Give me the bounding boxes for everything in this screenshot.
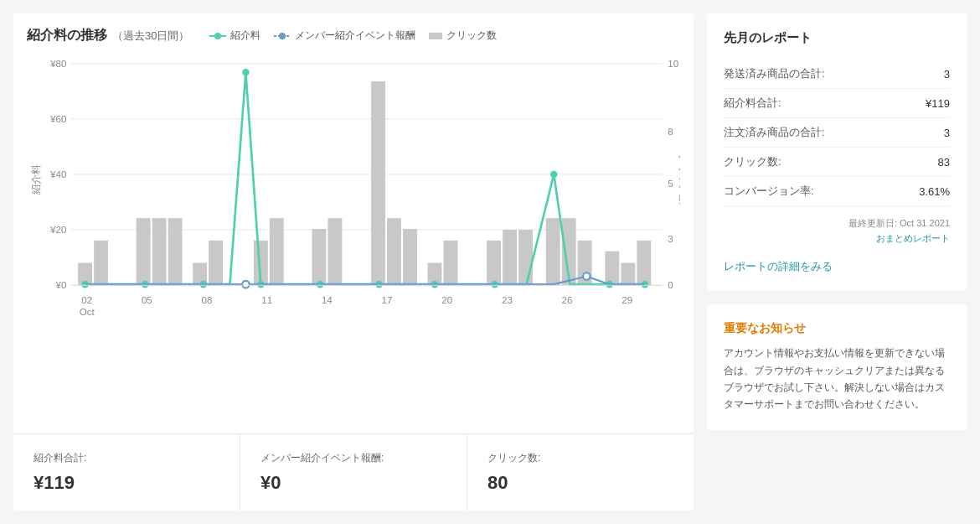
report-card: 先月のレポート 発送済み商品の合計: 3 紹介料合計: ¥119 注文済み商品の… [707, 13, 967, 291]
svg-rect-25 [152, 218, 167, 285]
report-row-referral-total: 紹介料合計: ¥119 [724, 89, 950, 118]
chart-subtitle: （過去30日間） [112, 29, 189, 44]
svg-text:¥60: ¥60 [49, 113, 67, 124]
svg-rect-38 [487, 241, 501, 285]
svg-text:紹介料: 紹介料 [30, 164, 41, 195]
report-value-ordered: 3 [944, 127, 950, 139]
stats-row: 紹介料合計: ¥119 メンバー紹介イベント報酬: ¥0 クリック数: 80 [13, 433, 694, 511]
svg-rect-23 [94, 241, 108, 285]
stat-cell-referral: 紹介料合計: ¥119 [13, 434, 240, 511]
svg-text:0: 0 [668, 279, 673, 290]
notice-card: 重要なお知らせ アカウント情報やお支払い情報を更新できない場合は、ブラウザのキャ… [707, 304, 967, 430]
report-title: 先月のレポート [724, 30, 950, 46]
svg-text:14: 14 [322, 293, 333, 304]
svg-rect-31 [312, 229, 326, 285]
report-value-clicks: 83 [938, 156, 950, 169]
stat-label-clicks: クリック数: [487, 451, 673, 465]
svg-text:11: 11 [261, 293, 272, 304]
svg-text:05: 05 [142, 293, 152, 304]
legend-bar-clicks [429, 32, 442, 40]
last-updated-text: 最終更新日: Oct 31 2021 [848, 218, 950, 228]
svg-rect-32 [328, 218, 342, 285]
svg-point-3 [279, 33, 286, 39]
report-label-shipped: 発送済み商品の合計: [724, 66, 825, 81]
stat-label-member: メンバー紹介イベント報酬: [260, 451, 446, 465]
stat-value-member: ¥0 [260, 472, 446, 494]
svg-text:02: 02 [81, 293, 92, 304]
svg-rect-28 [209, 241, 223, 285]
notice-title: 重要なお知らせ [724, 321, 950, 336]
legend-item-clicks: クリック数 [429, 29, 497, 43]
stat-cell-clicks: クリック数: 80 [467, 434, 694, 511]
svg-text:¥20: ¥20 [49, 224, 67, 235]
svg-rect-30 [270, 218, 284, 285]
summary-report-link[interactable]: おまとめレポート [876, 233, 950, 243]
legend-line-member [274, 32, 291, 40]
report-row-clicks: クリック数: 83 [724, 148, 950, 177]
svg-rect-41 [546, 218, 560, 285]
stat-value-clicks: 80 [487, 472, 673, 494]
svg-text:08: 08 [202, 293, 213, 304]
notice-body: アカウント情報やお支払い情報を更新できない場合は、ブラウザのキャッシュクリアまた… [724, 345, 950, 413]
legend-item-member: メンバー紹介イベント報酬 [274, 29, 415, 43]
svg-text:20: 20 [441, 293, 452, 304]
svg-point-50 [242, 69, 249, 76]
report-detail-link[interactable]: レポートの詳細をみる [724, 259, 950, 274]
svg-text:¥80: ¥80 [49, 58, 67, 69]
report-footer: 最終更新日: Oct 31 2021 おまとめレポート [724, 216, 950, 246]
svg-point-1 [214, 33, 221, 39]
svg-text:クリック数: クリック数 [678, 154, 680, 205]
report-value-shipped: 3 [944, 68, 950, 80]
svg-text:23: 23 [502, 293, 513, 304]
legend-label-member: メンバー紹介イベント報酬 [295, 29, 415, 43]
report-label-referral-total: 紹介料合計: [724, 96, 781, 111]
main-layout: 紹介料の推移 （過去30日間） 紹介料 [0, 0, 980, 524]
report-row-ordered: 注文済み商品の合計: 3 [724, 118, 950, 148]
svg-rect-46 [637, 241, 651, 285]
chart-card: 紹介料の推移 （過去30日間） 紹介料 [13, 13, 694, 433]
legend-item-referral: 紹介料 [209, 29, 260, 43]
svg-text:8: 8 [668, 126, 673, 137]
svg-point-59 [242, 281, 249, 288]
svg-text:5: 5 [668, 178, 673, 189]
svg-text:¥0: ¥0 [55, 279, 67, 290]
svg-rect-34 [387, 218, 401, 285]
svg-rect-35 [403, 229, 417, 285]
svg-text:Oct: Oct [80, 306, 95, 317]
chart-header: 紹介料の推移 （過去30日間） 紹介料 [27, 27, 680, 44]
svg-text:3: 3 [668, 233, 673, 244]
report-label-clicks: クリック数: [724, 154, 781, 169]
legend-label-clicks: クリック数 [446, 29, 497, 43]
chart-svg: ¥80 ¥60 ¥40 ¥20 ¥0 10 8 5 3 0 紹介料 クリック数 [27, 54, 680, 323]
report-label-conversion: コンバージョン率: [724, 184, 814, 199]
report-value-referral-total: ¥119 [926, 97, 950, 110]
chart-title: 紹介料の推移 [27, 27, 107, 44]
svg-rect-26 [168, 218, 183, 285]
svg-rect-33 [371, 81, 385, 285]
svg-point-60 [583, 272, 590, 280]
legend-label-referral: 紹介料 [230, 29, 260, 43]
stat-cell-member: メンバー紹介イベント報酬: ¥0 [240, 434, 467, 511]
svg-rect-40 [518, 230, 533, 285]
svg-rect-37 [444, 241, 458, 285]
svg-text:10: 10 [668, 58, 678, 69]
stat-label-referral: 紹介料合計: [34, 451, 219, 465]
stat-value-referral: ¥119 [34, 472, 219, 494]
left-panel: 紹介料の推移 （過去30日間） 紹介料 [13, 13, 694, 511]
report-row-shipped: 発送済み商品の合計: 3 [724, 60, 950, 89]
report-value-conversion: 3.61% [919, 185, 950, 198]
svg-text:¥40: ¥40 [49, 169, 67, 179]
svg-text:17: 17 [382, 293, 393, 304]
svg-rect-45 [621, 263, 635, 286]
svg-rect-4 [429, 33, 442, 39]
right-panel: 先月のレポート 発送済み商品の合計: 3 紹介料合計: ¥119 注文済み商品の… [707, 13, 967, 511]
svg-point-56 [550, 171, 557, 179]
svg-text:29: 29 [622, 293, 632, 304]
legend-line-referral [209, 32, 226, 40]
chart-legend: 紹介料 メンバー紹介イベント報酬 クリック数 [209, 29, 497, 43]
svg-rect-39 [503, 230, 517, 285]
svg-rect-24 [137, 218, 151, 285]
chart-container: ¥80 ¥60 ¥40 ¥20 ¥0 10 8 5 3 0 紹介料 クリック数 [27, 54, 680, 323]
svg-text:26: 26 [562, 293, 573, 304]
svg-rect-44 [605, 252, 619, 286]
